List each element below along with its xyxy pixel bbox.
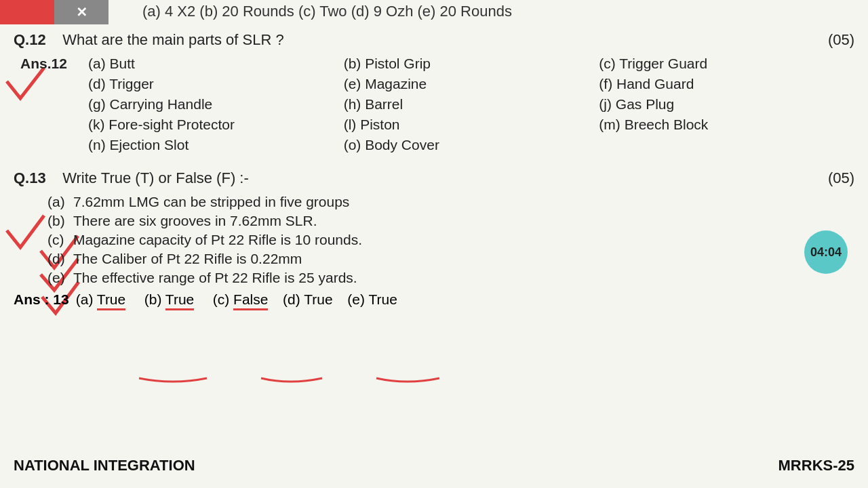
q12-block: Q.12 What are the main parts of SLR ? (0… xyxy=(14,31,854,157)
q13-b: (b) There are six grooves in 7.62mm SLR. xyxy=(47,213,854,229)
close-button[interactable]: ✕ xyxy=(54,0,108,24)
q12-d: (d) Trigger xyxy=(88,76,344,92)
q12-k: (k) Fore-sight Protector xyxy=(88,117,344,133)
q13-e: (e) The effective range of Pt 22 Rifle i… xyxy=(47,270,854,286)
prev-question-text: (a) 4 X2 (b) 20 Rounds (c) Two (d) 9 Ozh… xyxy=(136,0,868,23)
q13-a: (a) 7.62mm LMG can be stripped in five g… xyxy=(47,194,854,210)
q13-number: Q.13 xyxy=(14,169,46,186)
q13-text: Write True (T) or False (F) :- xyxy=(62,169,249,186)
q12-number: Q.12 xyxy=(14,31,46,48)
q12-row4: (k) Fore-sight Protector (l) Piston (m) … xyxy=(88,117,854,133)
q12-h: (h) Barrel xyxy=(344,96,599,113)
q13-line: Q.13 Write True (T) or False (F) :- (05) xyxy=(14,169,854,187)
q13-ans-c: (c) False xyxy=(201,291,268,308)
q13-c: (c) Magazine capacity of Pt 22 Rifle is … xyxy=(47,232,854,248)
q12-n: (n) Ejection Slot xyxy=(88,137,344,153)
red-button[interactable] xyxy=(0,0,54,24)
q12-text: What are the main parts of SLR ? xyxy=(62,31,284,48)
q12-empty xyxy=(599,137,854,153)
timer-display: 04:04 xyxy=(804,230,848,274)
q13-block: Q.13 Write True (T) or False (F) :- (05)… xyxy=(14,169,854,308)
q13-ans-d: (d) True xyxy=(275,291,332,308)
q13-ans-label: Ans : 13 xyxy=(14,291,69,308)
q12-answers: Ans.12 (a) Butt (b) Pistol Grip (c) Trig… xyxy=(20,56,854,157)
q12-e: (e) Magazine xyxy=(344,76,599,92)
q12-f: (f) Hand Guard xyxy=(599,76,854,92)
q12-ans-label: Ans.12 xyxy=(20,56,88,157)
q13-ans-a: (a) True xyxy=(76,291,126,308)
q12-b: (b) Pistol Grip xyxy=(344,56,599,72)
q12-line: Q.12 What are the main parts of SLR ? (0… xyxy=(14,31,854,49)
prev-answer-text: (a) 4 X2 (b) 20 Rounds (c) Two (d) 9 Ozh… xyxy=(142,3,512,20)
footer-left: NATIONAL INTEGRATION xyxy=(14,457,195,474)
q12-row1: (a) Butt (b) Pistol Grip (c) Trigger Gua… xyxy=(88,56,854,72)
q12-marks: (05) xyxy=(828,31,854,49)
q13-marks: (05) xyxy=(828,169,854,187)
footer-right: MRRKS-25 xyxy=(778,457,854,474)
q12-row5: (n) Ejection Slot (o) Body Cover xyxy=(88,137,854,153)
q12-o: (o) Body Cover xyxy=(344,137,599,153)
q12-row2: (d) Trigger (e) Magazine (f) Hand Guard xyxy=(88,76,854,92)
footer: NATIONAL INTEGRATION MRRKS-25 xyxy=(14,457,854,474)
q12-full: Q.12 What are the main parts of SLR ? xyxy=(14,31,284,49)
main-content: Q.12 What are the main parts of SLR ? (0… xyxy=(14,31,854,434)
q12-c: (c) Trigger Guard xyxy=(599,56,854,72)
q13-d: (d) The Caliber of Pt 22 Rifle is 0.22mm xyxy=(47,251,854,267)
q13-ans-e: (e) True xyxy=(340,291,397,308)
q12-row3: (g) Carrying Handle (h) Barrel (j) Gas P… xyxy=(88,96,854,113)
top-bar: ✕ xyxy=(0,0,108,24)
q12-m: (m) Breech Block xyxy=(599,117,854,133)
q13-full: Q.13 Write True (T) or False (F) :- xyxy=(14,169,249,187)
q13-ans-b: (b) True xyxy=(132,291,194,308)
q12-l: (l) Piston xyxy=(344,117,599,133)
q13-items: (a) 7.62mm LMG can be stripped in five g… xyxy=(47,194,854,286)
q13-ans-line: Ans : 13 (a) True (b) True (c) False (d)… xyxy=(14,291,854,308)
q12-g: (g) Carrying Handle xyxy=(88,96,344,113)
q12-j: (j) Gas Plug xyxy=(599,96,854,113)
q12-a: (a) Butt xyxy=(88,56,344,72)
